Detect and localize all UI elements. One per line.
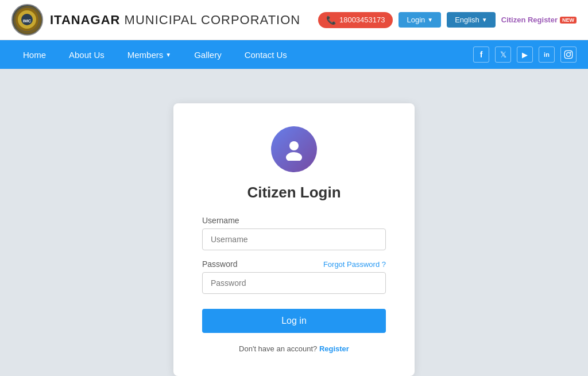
nav-bar: Home About Us Members ▼ Gallery Contact … — [0, 40, 588, 69]
linkedin-icon[interactable]: in — [539, 46, 555, 63]
nav-item-contact[interactable]: Contact Us — [233, 42, 299, 68]
phone-button[interactable]: 📞 18003453173 — [318, 12, 393, 28]
members-chevron-icon: ▼ — [165, 52, 171, 58]
login-card: Citizen Login Username Password Forgot P… — [173, 103, 415, 376]
org-logo: IMC — [11, 4, 43, 36]
username-label: Username — [202, 216, 386, 225]
login-submit-button[interactable]: Log in — [202, 309, 386, 333]
password-input[interactable] — [202, 272, 386, 294]
user-avatar — [271, 126, 317, 172]
password-label: Password — [202, 259, 237, 269]
phone-icon: 📞 — [326, 15, 336, 25]
language-button[interactable]: English ▼ — [447, 12, 496, 28]
password-group: Password Forgot Password ? — [202, 259, 386, 294]
youtube-icon[interactable]: ▶ — [517, 46, 533, 63]
svg-point-5 — [567, 53, 571, 57]
org-title: ITANAGAR MUNICIPAL CORPORATION — [50, 13, 300, 28]
user-icon — [283, 138, 305, 161]
password-header: Password Forgot Password ? — [202, 259, 386, 269]
citizen-register-button[interactable]: Citizen Register NEW — [501, 15, 577, 24]
facebook-icon[interactable]: f — [473, 46, 489, 63]
register-link[interactable]: Register — [319, 344, 349, 353]
svg-point-8 — [286, 152, 302, 161]
new-badge: NEW — [560, 17, 577, 24]
nav-links: Home About Us Members ▼ Gallery Contact … — [11, 42, 299, 68]
svg-point-7 — [289, 141, 299, 150]
forgot-password-link[interactable]: Forgot Password ? — [323, 260, 386, 269]
register-text: Don't have an account? Register — [202, 344, 386, 353]
nav-item-home[interactable]: Home — [11, 42, 57, 68]
nav-item-gallery[interactable]: Gallery — [183, 42, 233, 68]
svg-rect-4 — [564, 51, 572, 58]
svg-text:IMC: IMC — [23, 18, 32, 24]
login-title: Citizen Login — [202, 184, 386, 201]
nav-item-members[interactable]: Members ▼ — [116, 42, 183, 68]
nav-social: f 𝕏 ▶ in — [473, 46, 577, 63]
header-right: 📞 18003453173 Login ▼ English ▼ Citizen … — [318, 12, 577, 28]
lang-chevron-icon: ▼ — [482, 17, 488, 23]
svg-point-6 — [570, 52, 571, 53]
login-chevron-icon: ▼ — [427, 17, 433, 23]
login-button[interactable]: Login ▼ — [399, 12, 441, 28]
instagram-icon[interactable] — [560, 46, 577, 63]
twitter-icon[interactable]: 𝕏 — [495, 46, 511, 63]
main-content: Citizen Login Username Password Forgot P… — [0, 69, 588, 376]
username-input[interactable] — [202, 228, 386, 250]
top-header: IMC ITANAGAR MUNICIPAL CORPORATION 📞 180… — [0, 0, 588, 40]
nav-item-about[interactable]: About Us — [57, 42, 116, 68]
username-group: Username — [202, 216, 386, 250]
logo-area: IMC ITANAGAR MUNICIPAL CORPORATION — [11, 4, 300, 36]
